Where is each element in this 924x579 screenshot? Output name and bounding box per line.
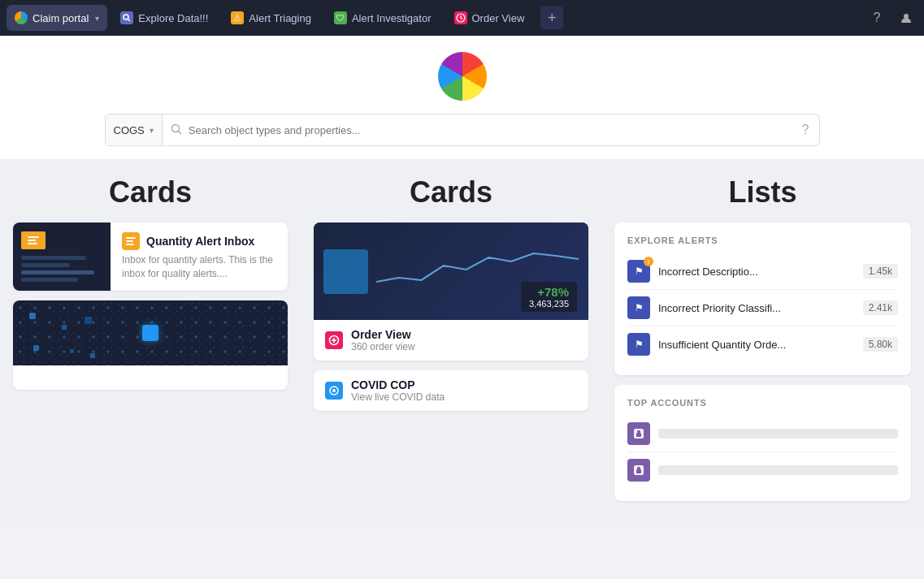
logo-area xyxy=(0,36,924,114)
account-name-placeholder-2 xyxy=(658,465,898,475)
svg-rect-17 xyxy=(637,430,640,433)
dropdown-chevron-icon: ▾ xyxy=(150,126,154,135)
user-button[interactable] xyxy=(895,6,917,29)
svg-point-4 xyxy=(171,124,179,132)
quantity-alert-title: Quantity Alert Inbox xyxy=(146,235,254,248)
center-col-heading: Cards xyxy=(314,175,588,210)
portal-label: Claim portal xyxy=(33,12,89,24)
svg-line-1 xyxy=(128,19,131,22)
quantity-alert-type-icon xyxy=(122,232,140,250)
quantity-alert-card[interactable]: Quantity Alert Inbox Inbox for quantity … xyxy=(13,223,288,291)
svg-rect-11 xyxy=(126,244,134,245)
flag-warn-icon: ⚑ ! xyxy=(627,260,650,283)
tab-alert-triaging[interactable]: ⚠ Alert Triaging xyxy=(221,5,321,31)
alert-investigator-thumb xyxy=(13,300,288,365)
tab-alert-investigator-label: Alert Investigator xyxy=(352,12,432,24)
order-view-thumb: +78% 3,463,235 xyxy=(314,223,588,320)
quantity-alert-thumb xyxy=(13,223,111,291)
search-dropdown[interactable]: COGS ▾ xyxy=(106,115,163,145)
order-view-stat-num: 3,463,235 xyxy=(529,299,569,309)
main-content: Cards xyxy=(0,159,924,527)
alert-label-2: Incorrect Priority Classifi... xyxy=(658,302,855,314)
svg-line-5 xyxy=(178,131,181,134)
alert-label-1: Incorrect Descriptio... xyxy=(658,266,855,278)
tab-order-view-label: Order View xyxy=(472,12,525,24)
covid-cop-type-icon xyxy=(325,382,343,400)
alert-item-incorrect-priority[interactable]: ⚑ Incorrect Priority Classifi... 2.41k xyxy=(627,290,898,326)
right-column: Lists EXPLORE ALERTS ⚑ ! Incorrect Descr… xyxy=(601,159,924,527)
svg-rect-20 xyxy=(637,467,640,469)
warn-badge-1: ! xyxy=(644,257,653,266)
svg-point-0 xyxy=(124,15,128,19)
portal-icon xyxy=(15,11,28,24)
alert-item-incorrect-description[interactable]: ⚑ ! Incorrect Descriptio... 1.45k xyxy=(627,253,898,290)
explore-alerts-section: EXPLORE ALERTS ⚑ ! Incorrect Descriptio.… xyxy=(614,223,911,375)
top-accounts-title: TOP ACCOUNTS xyxy=(627,398,898,408)
svg-rect-7 xyxy=(28,240,36,241)
top-accounts-section: TOP ACCOUNTS xyxy=(614,385,911,501)
quantity-alert-info: Quantity Alert Inbox Inbox for quantity … xyxy=(111,223,288,291)
portal-selector[interactable]: Claim portal ▾ xyxy=(7,5,107,31)
svg-rect-9 xyxy=(126,237,136,239)
search-dropdown-label: COGS xyxy=(114,124,145,136)
covid-cop-desc: View live COVID data xyxy=(351,391,445,403)
svg-rect-6 xyxy=(28,236,39,238)
help-button[interactable]: ? xyxy=(865,6,888,29)
covid-cop-bottom: COVID COP View live COVID data xyxy=(314,370,588,411)
tab-alert-investigator[interactable]: 🛡 Alert Investigator xyxy=(324,5,441,31)
svg-rect-10 xyxy=(126,240,133,242)
alert-count-3: 5.80k xyxy=(863,337,898,352)
app-logo xyxy=(438,52,487,101)
left-column: Cards xyxy=(0,159,301,527)
covid-cop-card[interactable]: COVID COP View live COVID data xyxy=(314,370,588,411)
nav-actions: ? xyxy=(865,6,917,29)
center-column: Cards +78% 3,463,235 xyxy=(301,159,601,527)
tab-explore-data[interactable]: Explore Data!!! xyxy=(111,5,218,31)
account-name-placeholder-1 xyxy=(658,429,898,439)
alert-label-3: Insufficient Quantity Orde... xyxy=(658,339,855,351)
svg-rect-19 xyxy=(636,469,641,473)
order-view-stat-green: +78% xyxy=(529,285,569,299)
svg-point-14 xyxy=(332,389,336,392)
account-item-1[interactable] xyxy=(627,416,898,452)
left-col-heading: Cards xyxy=(13,175,288,210)
svg-rect-16 xyxy=(636,433,641,437)
topnav: Claim portal ▾ Explore Data!!! ⚠ Alert T… xyxy=(0,0,924,36)
explore-alerts-title: EXPLORE ALERTS xyxy=(627,235,898,245)
account-icon-1 xyxy=(627,422,650,445)
alert-investigator-icon: 🛡 xyxy=(334,11,347,24)
order-view-title: Order View xyxy=(351,328,415,341)
account-item-2[interactable] xyxy=(627,452,898,488)
search-input[interactable] xyxy=(189,124,784,136)
order-view-bottom: Order View 360 order view xyxy=(314,320,588,361)
account-icon-2 xyxy=(627,459,650,482)
svg-rect-8 xyxy=(28,243,37,244)
search-icon xyxy=(171,123,182,137)
search-input-wrap xyxy=(163,123,792,137)
thumb-network-center xyxy=(142,325,158,341)
add-tab-button[interactable]: + xyxy=(540,6,563,29)
tab-order-view[interactable]: Order View xyxy=(445,5,535,31)
alert-investigator-card[interactable]: Alert Investigator Shows all alerts conn… xyxy=(13,300,288,390)
order-view-icon xyxy=(454,11,467,24)
flag-icon-3: ⚑ xyxy=(627,333,650,356)
alert-count-2: 2.41k xyxy=(863,300,898,315)
alert-count-1: 1.45k xyxy=(863,264,898,279)
flag-icon-1: ⚑ xyxy=(635,266,644,277)
portal-chevron: ▾ xyxy=(95,14,99,23)
order-view-desc: 360 order view xyxy=(351,341,415,352)
search-area: COGS ▾ ? xyxy=(0,114,924,159)
alert-triaging-icon: ⚠ xyxy=(231,11,244,24)
alert-item-insufficient-quantity[interactable]: ⚑ Insufficient Quantity Orde... 5.80k xyxy=(627,326,898,362)
flag-icon-2: ⚑ xyxy=(627,296,650,319)
right-col-heading: Lists xyxy=(614,175,911,210)
order-view-type-icon xyxy=(325,331,343,349)
tab-explore-data-label: Explore Data!!! xyxy=(138,12,208,24)
tab-alert-triaging-label: Alert Triaging xyxy=(249,12,311,24)
covid-cop-title: COVID COP xyxy=(351,378,445,391)
explore-data-icon xyxy=(120,11,133,24)
search-help-icon[interactable]: ? xyxy=(792,123,819,137)
search-bar: COGS ▾ ? xyxy=(105,114,820,146)
quantity-alert-desc: Inbox for quantity alerts. This is the i… xyxy=(122,253,276,281)
order-view-card[interactable]: +78% 3,463,235 Order View 360 order view xyxy=(314,223,588,361)
